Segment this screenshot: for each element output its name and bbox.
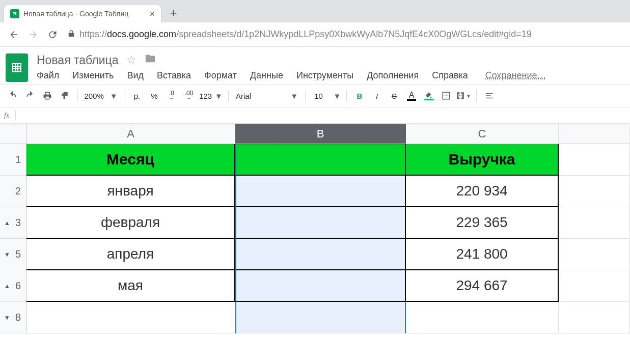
redo-button[interactable]: [22, 88, 38, 103]
cell-b8[interactable]: [235, 302, 406, 333]
tab-title: Новая таблица - Google Таблиц: [23, 10, 145, 18]
cell-c8[interactable]: [406, 302, 559, 333]
menu-help[interactable]: Справка: [432, 70, 468, 81]
borders-button[interactable]: [439, 88, 454, 103]
doc-title[interactable]: Новая таблица: [37, 53, 118, 67]
browser-tab[interactable]: Новая таблица - Google Таблиц ×: [4, 4, 161, 22]
saving-status[interactable]: Сохранение…: [485, 70, 546, 81]
cell-a1[interactable]: Месяц: [26, 144, 235, 176]
row-header-1[interactable]: 1: [0, 144, 26, 176]
cell-c3[interactable]: 229 365: [406, 207, 559, 239]
lock-icon: [67, 30, 75, 39]
col-header-a[interactable]: A: [26, 124, 235, 144]
undo-button[interactable]: [5, 88, 20, 103]
group-collapse-icon[interactable]: ▼: [4, 314, 10, 321]
font-select[interactable]: Arial▼: [234, 88, 300, 103]
percent-button[interactable]: %: [147, 88, 162, 103]
row-header-6[interactable]: ▲6: [0, 270, 26, 302]
cell-d3[interactable]: [559, 207, 630, 239]
nav-forward-button[interactable]: [25, 27, 41, 42]
menu-insert[interactable]: Вставка: [157, 70, 191, 81]
cell-d6[interactable]: [559, 270, 630, 302]
cell-a6[interactable]: мая: [26, 270, 235, 302]
sheets-favicon: [10, 9, 19, 18]
row-header-2[interactable]: 2: [0, 176, 26, 207]
nav-back-button[interactable]: [6, 27, 21, 42]
menu-edit[interactable]: Изменить: [72, 70, 114, 81]
browser-url-bar: https://docs.google.com/spreadsheets/d/1…: [0, 22, 630, 47]
menu-view[interactable]: Вид: [127, 70, 144, 81]
select-all-corner[interactable]: [0, 124, 26, 144]
cell-c2[interactable]: 220 934: [406, 176, 559, 207]
star-icon[interactable]: ☆: [126, 53, 136, 67]
spreadsheet-grid: 1 2 ▲3 ▼5 ▲6 ▼8 A B C Месяц Выручка янва…: [0, 124, 630, 333]
tab-close-icon[interactable]: ×: [149, 9, 155, 18]
url-proto: https://: [79, 29, 107, 39]
toolbar: 200%▼ р. % .0← .00→ 123▼ Arial▼ 10▼ В I …: [0, 84, 630, 107]
merge-button[interactable]: ▼: [456, 88, 471, 103]
italic-button[interactable]: I: [369, 88, 385, 103]
cell-d1[interactable]: [559, 144, 630, 176]
currency-button[interactable]: р.: [129, 88, 145, 103]
fx-label: fx: [4, 111, 9, 120]
cell-c6[interactable]: 294 667: [406, 270, 559, 302]
text-color-button[interactable]: A: [404, 88, 419, 103]
cell-a5[interactable]: апреля: [26, 239, 235, 270]
font-size-select[interactable]: 10▼: [311, 88, 341, 103]
cell-a3[interactable]: февраля: [26, 207, 235, 239]
nav-reload-button[interactable]: [45, 27, 60, 42]
font-size-value: 10: [311, 92, 326, 100]
zoom-value: 200%: [84, 92, 103, 100]
decrease-decimal-button[interactable]: .0←: [164, 88, 179, 103]
print-button[interactable]: [40, 88, 55, 103]
col-header-d[interactable]: [559, 124, 630, 144]
formula-bar[interactable]: fx: [0, 107, 630, 124]
row-header-8[interactable]: ▼8: [0, 302, 26, 333]
group-expand-icon[interactable]: ▲: [4, 219, 10, 227]
url-path: /spreadsheets/d/1p2NJWkypdLLPpsy0XbwkWyA…: [176, 29, 532, 39]
sheets-header: Новая таблица ☆ Файл Изменить Вид Вставк…: [0, 47, 630, 84]
cell-b2[interactable]: [235, 176, 406, 207]
cell-c1[interactable]: Выручка: [406, 144, 559, 176]
bold-button[interactable]: В: [352, 88, 367, 103]
cell-b1[interactable]: [235, 144, 406, 176]
col-header-c[interactable]: C: [406, 124, 559, 144]
row-header-5[interactable]: ▼5: [0, 239, 26, 270]
group-collapse-icon[interactable]: ▼: [4, 251, 10, 258]
cell-d2[interactable]: [559, 176, 630, 207]
cell-d8[interactable]: [559, 302, 630, 333]
cell-a2[interactable]: января: [26, 176, 235, 207]
strikethrough-button[interactable]: S: [387, 88, 402, 103]
new-tab-button[interactable]: +: [167, 6, 181, 20]
increase-decimal-button[interactable]: .00→: [181, 88, 197, 103]
menu-addons[interactable]: Дополнения: [367, 70, 419, 81]
row-header-3[interactable]: ▲3: [0, 207, 26, 239]
menu-file[interactable]: Файл: [37, 70, 59, 81]
cell-a8[interactable]: [26, 302, 235, 333]
font-value: Arial: [236, 92, 251, 100]
browser-tab-strip: Новая таблица - Google Таблиц × +: [0, 0, 630, 22]
fill-color-button[interactable]: [421, 88, 436, 103]
cell-b6[interactable]: [235, 270, 406, 302]
menu-bar: Файл Изменить Вид Вставка Формат Данные …: [37, 69, 626, 84]
paint-format-button[interactable]: [57, 88, 72, 103]
col-header-b[interactable]: B: [235, 124, 406, 144]
folder-icon[interactable]: [145, 53, 156, 67]
cell-c5[interactable]: 241 800: [406, 239, 559, 270]
menu-data[interactable]: Данные: [250, 70, 283, 81]
group-expand-icon[interactable]: ▲: [4, 283, 10, 290]
cell-d5[interactable]: [559, 239, 630, 270]
halign-button[interactable]: [482, 88, 497, 103]
url-host: docs.google.com: [107, 29, 176, 39]
zoom-select[interactable]: 200%▼: [83, 88, 119, 103]
cell-b5[interactable]: [235, 239, 406, 270]
address-field[interactable]: https://docs.google.com/spreadsheets/d/1…: [79, 29, 624, 40]
cell-b3[interactable]: [235, 207, 406, 239]
menu-format[interactable]: Формат: [204, 70, 237, 81]
sheets-logo[interactable]: [4, 52, 30, 83]
number-format-select[interactable]: 123▼: [199, 88, 223, 103]
menu-tools[interactable]: Инструменты: [296, 70, 353, 81]
svg-rect-1: [13, 64, 21, 72]
